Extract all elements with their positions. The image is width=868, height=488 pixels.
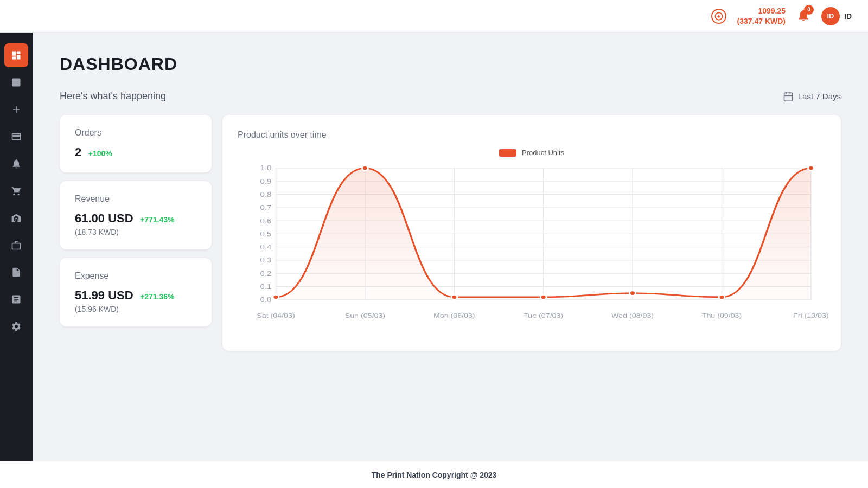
sidebar-item-store[interactable] [4, 206, 28, 230]
svg-point-46 [540, 295, 546, 300]
svg-text:Tue (07/03): Tue (07/03) [524, 312, 563, 319]
sidebar-item-briefcase[interactable] [4, 233, 28, 257]
sidebar-item-add[interactable] [4, 98, 28, 121]
svg-rect-3 [784, 93, 792, 101]
svg-text:0.1: 0.1 [260, 283, 272, 290]
svg-text:Wed (08/03): Wed (08/03) [611, 312, 654, 319]
expense-card: Expense 51.99 USD +271.36% (15.96 KWD) [60, 258, 212, 326]
header-balance[interactable]: 1099.25 (337.47 KWD) [737, 6, 786, 25]
sidebar [0, 33, 33, 461]
expense-sub: (15.96 KWD) [75, 305, 196, 313]
main-layout: DASHBOARD Here's what's happening Last 7… [0, 33, 868, 461]
sidebar-item-files[interactable] [4, 260, 28, 284]
cards-row: Orders 2 +100% Revenue 61.00 USD +771.43… [60, 115, 841, 351]
orders-card-title: Orders [75, 128, 196, 138]
chart-legend: Product Units [238, 149, 826, 157]
svg-point-44 [362, 166, 368, 171]
content-area: DASHBOARD Here's what's happening Last 7… [33, 33, 868, 461]
section-header: Here's what's happening Last 7 Days [60, 91, 841, 102]
footer-text: The Print Nation Copyright @ 2023 [372, 471, 497, 479]
svg-text:0.3: 0.3 [260, 257, 272, 264]
stat-cards-column: Orders 2 +100% Revenue 61.00 USD +771.43… [60, 115, 212, 326]
chart-area: 0.00.10.20.30.40.50.60.70.80.91.0Sat (04… [238, 162, 826, 336]
svg-text:0.0: 0.0 [260, 296, 272, 303]
svg-point-47 [630, 291, 636, 296]
expense-change: +271.36% [140, 292, 174, 301]
svg-point-48 [719, 295, 725, 300]
date-filter-button[interactable]: Last 7 Days [783, 91, 841, 102]
revenue-card-title: Revenue [75, 194, 196, 204]
svg-point-43 [273, 295, 279, 300]
footer: The Print Nation Copyright @ 2023 [0, 461, 868, 488]
svg-text:0.5: 0.5 [260, 230, 272, 237]
orders-value: 2 [75, 145, 81, 159]
avatar: ID [821, 7, 840, 25]
sidebar-item-notifications[interactable] [4, 152, 28, 176]
revenue-value: 61.00 USD [75, 211, 133, 225]
sidebar-item-invoice[interactable] [4, 287, 28, 311]
svg-text:0.7: 0.7 [260, 204, 272, 211]
svg-text:0.2: 0.2 [260, 270, 272, 277]
svg-text:Sat (04/03): Sat (04/03) [257, 312, 295, 319]
user-menu[interactable]: ID ID [821, 7, 852, 25]
sidebar-item-cards[interactable] [4, 125, 28, 149]
revenue-sub: (18.73 KWD) [75, 228, 196, 236]
orders-change: +100% [88, 149, 112, 158]
top-header: 1099.25 (337.47 KWD) 0 ID ID [0, 0, 868, 33]
expense-value: 51.99 USD [75, 288, 133, 302]
chart-card: Product units over time Product Units 0.… [222, 115, 841, 351]
revenue-card: Revenue 61.00 USD +771.43% (18.73 KWD) [60, 181, 212, 249]
svg-text:Mon (06/03): Mon (06/03) [433, 312, 475, 319]
svg-point-45 [451, 295, 457, 300]
svg-text:1.0: 1.0 [260, 165, 272, 172]
section-subtitle: Here's what's happening [60, 91, 166, 102]
svg-text:Sun (05/03): Sun (05/03) [345, 312, 385, 319]
page-title: DASHBOARD [60, 54, 841, 74]
notifications-button[interactable]: 0 [796, 8, 810, 24]
sidebar-item-cart[interactable] [4, 179, 28, 203]
svg-text:Thu (09/03): Thu (09/03) [702, 312, 742, 319]
svg-text:0.6: 0.6 [260, 217, 272, 224]
chart-title: Product units over time [238, 130, 826, 140]
orders-card: Orders 2 +100% [60, 115, 212, 172]
legend-swatch [499, 149, 516, 157]
add-credit-button[interactable] [711, 9, 726, 24]
notification-badge: 0 [804, 5, 814, 15]
sidebar-item-reports[interactable] [4, 70, 28, 94]
sidebar-item-dashboard[interactable] [4, 43, 28, 67]
date-filter-label: Last 7 Days [798, 92, 841, 101]
user-label: ID [844, 12, 852, 21]
expense-card-title: Expense [75, 271, 196, 281]
svg-text:0.9: 0.9 [260, 178, 272, 185]
legend-label: Product Units [522, 149, 564, 157]
revenue-change: +771.43% [140, 215, 174, 224]
svg-text:0.8: 0.8 [260, 191, 272, 198]
svg-point-49 [808, 166, 814, 171]
sidebar-item-settings[interactable] [4, 314, 28, 338]
svg-text:Fri (10/03): Fri (10/03) [793, 312, 829, 319]
svg-text:0.4: 0.4 [260, 243, 272, 251]
